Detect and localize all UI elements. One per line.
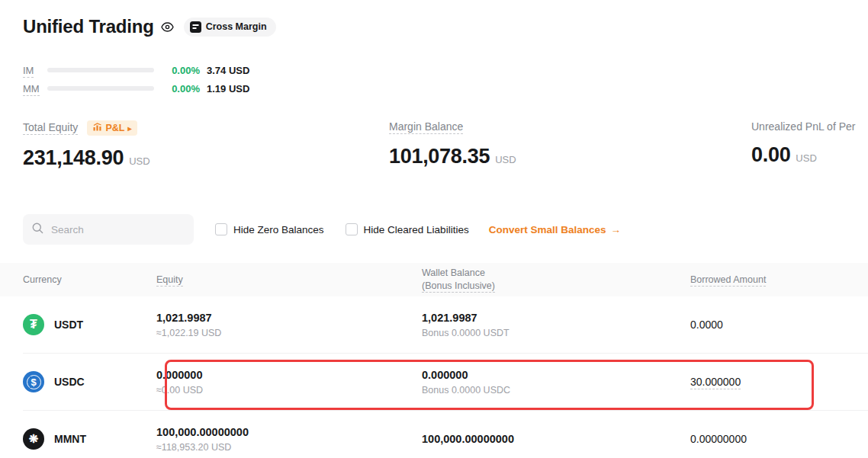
total-equity-stat: Total Equity P&L ▸ 231,148.90 [23,120,389,170]
im-percent: 0.00% [160,65,200,76]
asset-filters-row: Hide Zero Balances Hide Cleared Liabilit… [23,214,868,245]
header-currency: Currency [23,274,156,285]
header-wallet-balance: Wallet Balance (Bonus Inclusive) [422,267,690,293]
coin-name: MMNT [54,433,86,445]
margin-balance-label: Margin Balance [389,120,463,134]
hide-cleared-liabilities-checkbox[interactable]: Hide Cleared Liabilities [346,223,469,235]
search-icon [32,223,43,237]
convert-small-balances-label: Convert Small Balances [489,224,606,235]
im-rate-row: IM 0.00% 3.74 USD [23,61,868,79]
margin-balance-stat: Margin Balance 101,078.35 USD [389,120,751,170]
wallet-balance-cell: 100,000.00000000 [422,433,690,445]
pnl-chart-icon [93,123,102,133]
checkbox-icon [346,223,358,235]
currency-cell: $ USDC [23,371,156,392]
cross-margin-badge[interactable]: Cross Margin [184,18,276,37]
convert-small-balances-link[interactable]: Convert Small Balances → [489,224,621,235]
assets-table-header: Currency Equity Wallet Balance (Bonus In… [0,263,868,296]
unrealized-pnl-unit: USD [796,152,816,164]
equity-cell: 0.000000 ≈0.00 USD [156,369,422,396]
im-value: 3.74 USD [207,65,249,76]
wallet-balance-cell: 0.000000 Bonus 0.0000 USDC [422,369,690,396]
toggle-balance-visibility-button[interactable] [161,21,174,35]
total-equity-unit: USD [129,155,149,167]
unified-trading-page: Unified Trading Cross Margin IM 0.00% 3.… [0,0,868,458]
borrowed-amount-cell: 30.000000 [690,375,868,389]
mmnt-icon: ❋ [23,428,44,450]
mm-progress-bar [47,86,154,91]
mm-rate-row: MM 0.00% 1.19 USD [23,79,868,98]
header-borrowed-amount: Borrowed Amount [690,274,766,287]
pnl-label: P&L [105,123,124,133]
borrowed-amount-cell: 0.0000 [690,318,868,331]
hide-cleared-liabilities-label: Hide Cleared Liabilities [364,224,469,235]
unrealized-pnl-stat: Unrealized PnL of Per 0.00 USD [751,120,868,170]
total-equity-value: 231,148.90 [23,146,124,170]
equity-cell: 100,000.00000000 ≈118,953.20 USD [156,426,422,453]
im-progress-bar [47,68,154,72]
currency-cell: ❋ MMNT [23,428,156,450]
hide-zero-balances-checkbox[interactable]: Hide Zero Balances [215,223,324,235]
coin-name: USDC [54,376,85,388]
search-box[interactable] [23,214,194,245]
hide-zero-balances-label: Hide Zero Balances [233,224,324,235]
account-stats-row: Total Equity P&L ▸ 231,148.90 [23,120,868,170]
currency-cell: ₮ USDT [23,314,156,335]
page-header: Unified Trading Cross Margin [23,15,868,38]
unrealized-pnl-label: Unrealized PnL of Per [751,120,855,133]
pnl-button[interactable]: P&L ▸ [87,120,137,136]
tether-icon: ₮ [23,314,44,335]
table-row-usdt[interactable]: ₮ USDT 1,021.9987 ≈1,022.19 USD 1,021.99… [23,296,868,354]
assets-table: Currency Equity Wallet Balance (Bonus In… [23,263,868,458]
mm-percent: 0.00% [160,83,200,94]
wallet-balance-cell: 1,021.9987 Bonus 0.0000 USDT [422,312,690,338]
page-title: Unified Trading [23,16,154,37]
cross-margin-label: Cross Margin [206,21,267,32]
chevron-right-icon: ▸ [127,124,131,133]
table-row-mmnt[interactable]: ❋ MMNT 100,000.00000000 ≈118,953.20 USD … [23,411,868,458]
checkbox-icon [215,223,227,235]
margin-balance-value: 101,078.35 [389,145,490,168]
mm-value: 1.19 USD [207,83,249,94]
unrealized-pnl-value: 0.00 [751,143,790,167]
borrowed-amount-cell: 0.00000000 [690,432,868,446]
cross-margin-icon [190,21,201,33]
mm-label: MM [23,83,40,96]
equity-cell: 1,021.9987 ≈1,022.19 USD [156,312,422,338]
table-row-usdc[interactable]: $ USDC 0.000000 ≈0.00 USD 0.000000 Bonus… [23,354,868,411]
total-equity-label: Total Equity [23,121,78,135]
margin-balance-unit: USD [495,154,516,165]
eye-icon [161,21,174,35]
im-label: IM [23,65,34,78]
header-equity: Equity [156,274,183,287]
search-input[interactable] [50,223,185,236]
coin-name: USDT [54,319,83,331]
margin-rate-block: IM 0.00% 3.74 USD MM 0.00% 1.19 USD [23,61,868,98]
usdc-icon: $ [23,371,44,392]
arrow-right-icon: → [610,224,621,235]
